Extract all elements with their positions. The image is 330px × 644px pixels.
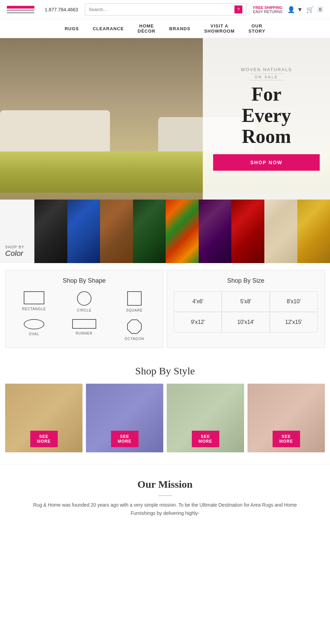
shop-style-title: Shop By Style <box>5 365 325 377</box>
shop-size-title: Shop By Size <box>174 277 318 284</box>
style-card-1[interactable]: SEEMORE <box>5 384 82 452</box>
search-input[interactable] <box>89 7 234 12</box>
shape-circle[interactable]: CIRCLE <box>63 291 106 312</box>
hero-on-sale: ON SALE <box>250 74 284 80</box>
nav-brands[interactable]: BRANDS <box>169 26 190 31</box>
swatch-blue[interactable] <box>67 200 100 263</box>
style-card-2[interactable]: SEEMORE <box>86 384 163 452</box>
phone-number: 1.877.784.4663 <box>45 7 78 12</box>
size-4x6[interactable]: 4'x6' <box>174 291 222 312</box>
nav-our-story[interactable]: OURSTORY <box>249 23 265 34</box>
hero-title: For Every Room <box>242 84 291 147</box>
shape-oval[interactable]: OVAL <box>12 319 56 341</box>
swatch-purple[interactable] <box>199 200 232 263</box>
style-grid: SEEMORE SEEMORE SEEMORE SEEMORE <box>5 384 325 452</box>
color-swatches <box>34 200 330 263</box>
octagon-icon <box>127 319 142 334</box>
shop-shape-title: Shop By Shape <box>12 277 156 284</box>
nav-showroom[interactable]: VISIT ASHOWROOM <box>204 23 235 34</box>
shop-by-shape: Shop By Shape RECTANGLE CIRCLE SQUARE OV… <box>5 270 163 348</box>
shop-by-color-label: SHOP BY <box>5 245 24 249</box>
runner-label: RUNNER <box>76 331 93 335</box>
color-strip: SHOP BY Color <box>0 200 330 263</box>
free-shipping-label: FREE SHIPPING <box>253 5 283 10</box>
shape-rectangle[interactable]: RECTANGLE <box>12 291 56 312</box>
shape-square[interactable]: SQUARE <box>113 291 156 312</box>
shape-octagon[interactable]: OCTAGON <box>113 319 156 341</box>
color-strip-title: Color <box>5 249 23 258</box>
swatch-dark-green[interactable] <box>133 200 166 263</box>
color-strip-label: SHOP BY Color <box>0 200 34 263</box>
main-nav: RUGS CLEARANCE HOMEDÉCOR BRANDS VISIT AS… <box>0 19 330 38</box>
header-icons: 👤 ▼ 🛒 0 <box>287 6 323 13</box>
swatch-black[interactable] <box>34 200 67 263</box>
size-grid: 4'x6' 5'x8' 8'x10' 9'x12' 10'x14' 12'x15… <box>174 291 318 332</box>
search-button[interactable]: ? <box>234 5 242 13</box>
circle-icon <box>77 291 91 306</box>
nav-clearance[interactable]: CLEARANCE <box>93 26 124 31</box>
logo-bar-top <box>7 6 34 9</box>
easy-returns-label: EASY RETURNS <box>253 10 282 14</box>
hero-title-line2: Every <box>242 105 291 126</box>
runner-icon <box>72 319 96 329</box>
hero-title-line3: Room <box>242 126 291 147</box>
shape-runner[interactable]: RUNNER <box>63 319 106 341</box>
size-10x14[interactable]: 10'x14' <box>222 312 270 332</box>
square-icon <box>127 291 142 306</box>
svg-marker-0 <box>128 320 141 334</box>
shipping-info: FREE SHIPPING EASY RETURNS <box>253 5 282 14</box>
cart-count: 0 <box>317 7 323 13</box>
mission-section: Our Mission Rug & Home was founded 20 ye… <box>0 464 330 528</box>
logo[interactable] <box>7 6 34 13</box>
see-more-button-4[interactable]: SEEMORE <box>273 431 300 447</box>
hero-subtitle: Woven Naturals <box>241 67 292 72</box>
swatch-brown[interactable] <box>100 200 133 263</box>
hero-overlay: Woven Naturals ON SALE For Every Room SH… <box>203 38 330 200</box>
octagon-label: OCTAGON <box>125 337 144 341</box>
size-8x10[interactable]: 8'x10' <box>270 291 318 312</box>
shop-now-button[interactable]: SHOP NOW <box>213 154 320 171</box>
shop-by-style: Shop By Style SEEMORE SEEMORE SEEMORE SE… <box>0 355 330 464</box>
shape-grid: RECTANGLE CIRCLE SQUARE OVAL RUNNER <box>12 291 156 341</box>
square-label: SQUARE <box>126 308 143 312</box>
hero-title-line1: For <box>251 83 281 105</box>
user-icon[interactable]: 👤 ▼ <box>287 6 303 13</box>
mission-text: Rug & Home was founded 20 years ago with… <box>28 501 302 518</box>
cart-icon[interactable]: 🛒 <box>306 6 314 13</box>
shop-sections: Shop By Shape RECTANGLE CIRCLE SQUARE OV… <box>0 270 330 348</box>
logo-bar-bot <box>7 12 34 13</box>
see-more-button-2[interactable]: SEEMORE <box>111 431 139 447</box>
circle-label: CIRCLE <box>77 308 92 312</box>
oval-label: OVAL <box>29 332 39 336</box>
header: 1.877.784.4663 ? FREE SHIPPING EASY RETU… <box>0 0 330 19</box>
hero-section: Woven Naturals ON SALE For Every Room SH… <box>0 38 330 200</box>
swatch-gold[interactable] <box>297 200 330 263</box>
rectangle-label: RECTANGLE <box>22 307 46 311</box>
mission-title: Our Mission <box>28 478 302 490</box>
style-card-4[interactable]: SEEMORE <box>248 384 325 452</box>
swatch-red[interactable] <box>231 200 264 263</box>
logo-bar-mid <box>7 10 34 11</box>
see-more-button-3[interactable]: SEEMORE <box>192 431 219 447</box>
nav-rugs[interactable]: RUGS <box>65 26 79 31</box>
rectangle-icon <box>24 291 44 304</box>
style-card-3[interactable]: SEEMORE <box>167 384 244 452</box>
swatch-multi[interactable] <box>166 200 199 263</box>
swatch-beige[interactable] <box>264 200 297 263</box>
size-12x15[interactable]: 12'x15' <box>270 312 318 332</box>
mission-divider <box>158 495 172 496</box>
size-9x12[interactable]: 9'x12' <box>174 312 222 332</box>
size-5x8[interactable]: 5'x8' <box>222 291 270 312</box>
nav-home-decor[interactable]: HOMEDÉCOR <box>138 23 155 34</box>
oval-icon <box>24 319 44 329</box>
search-bar: ? <box>85 3 246 15</box>
shop-by-size: Shop By Size 4'x6' 5'x8' 8'x10' 9'x12' 1… <box>167 270 325 348</box>
see-more-button-1[interactable]: SEEMORE <box>30 431 58 447</box>
